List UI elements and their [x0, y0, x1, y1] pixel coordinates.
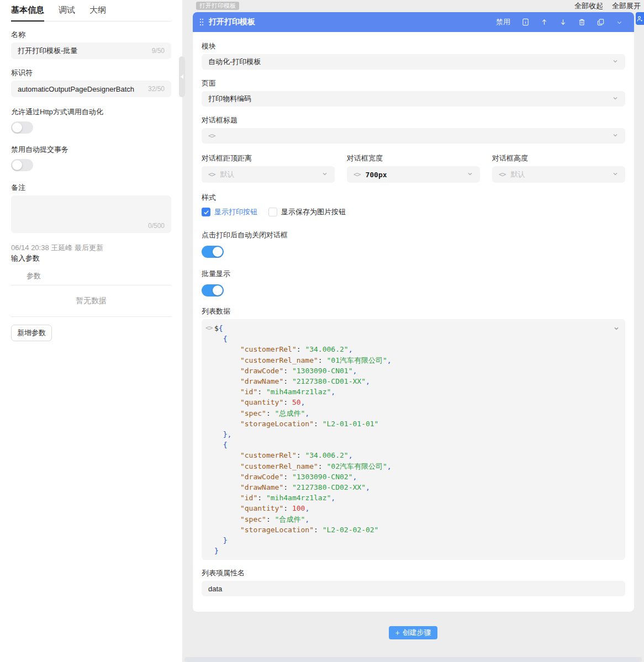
person-add-icon: [637, 15, 643, 22]
code-icon: <>: [499, 171, 505, 178]
dialog-width-select[interactable]: <> 700px: [347, 166, 480, 183]
code-icon: <>: [208, 171, 215, 178]
identifier-label: 标识符: [11, 68, 171, 78]
collapse-step-chevron-icon[interactable]: [610, 15, 629, 29]
batch-label: 批量显示: [202, 269, 625, 279]
checkbox-icon: [202, 208, 210, 216]
list-data-label: 列表数据: [202, 306, 625, 316]
tab-basic-info[interactable]: 基本信息: [11, 1, 44, 22]
create-step-button[interactable]: + 创建步骤: [389, 626, 437, 639]
module-value: 自动化-打印模板: [208, 57, 612, 67]
auto-close-label: 点击打印后自动关闭对话框: [202, 230, 625, 240]
page-value: 打印物料编码: [208, 94, 612, 104]
drag-handle-icon[interactable]: [199, 18, 204, 26]
name-counter: 9/50: [152, 47, 165, 55]
input-params-title: 输入参数: [11, 253, 171, 263]
toggle-knob: [12, 160, 22, 170]
page-select[interactable]: 打印物料编码: [202, 91, 625, 107]
dialog-height-label: 对话框高度: [492, 153, 625, 163]
http-toggle-label: 允许通过Http方式调用自动化: [11, 107, 171, 117]
step-form: 模块 自动化-打印模板 页面 打印物料编码 对话框标题 <>: [193, 32, 634, 612]
move-down-button[interactable]: [553, 15, 572, 29]
dialog-title-label: 对话框标题: [202, 115, 625, 125]
app: 基本信息 调试 大纲 名称 打开打印模板-批量 9/50 标识符 automat…: [0, 0, 644, 662]
add-param-button[interactable]: 新增参数: [11, 325, 52, 341]
chevron-down-icon[interactable]: [613, 324, 620, 334]
chevron-down-icon: [612, 95, 619, 103]
list-data-editor[interactable]: <> ${ { "customerRel": "34.006.2", "cust…: [202, 319, 625, 560]
code-icon: <>: [205, 324, 212, 332]
step-card: 打开打印模板 禁用: [193, 12, 634, 612]
dialog-title-select[interactable]: <>: [202, 128, 625, 144]
toggle-knob: [12, 123, 22, 133]
step-card-header[interactable]: 打开打印模板 禁用: [193, 12, 634, 32]
tab-debug[interactable]: 调试: [59, 1, 75, 22]
user-add-badge[interactable]: [636, 12, 644, 25]
remark-textarea[interactable]: 0/500: [11, 195, 171, 233]
list-prop-input[interactable]: data: [202, 581, 625, 596]
code-editor-content[interactable]: ${ { "customerRel": "34.006.2", "custome…: [214, 323, 609, 556]
main-topbar: 打开打印模板 全部收起 全部展开: [182, 0, 644, 12]
style-label: 样式: [202, 193, 625, 203]
move-up-button[interactable]: [535, 15, 553, 29]
name-input[interactable]: 打开打印模板-批量 9/50: [11, 43, 171, 59]
checkbox-icon: [268, 208, 277, 216]
horizontal-scrollbar[interactable]: [184, 657, 642, 662]
sidebar-tabs: 基本信息 调试 大纲: [11, 0, 171, 22]
tab-outline[interactable]: 大纲: [89, 1, 106, 22]
dialog-top-value: 默认: [220, 170, 321, 179]
code-icon: <>: [353, 171, 360, 178]
dialog-height-value: 默认: [510, 170, 612, 179]
style-options: 显示打印按钮 显示保存为图片按钮: [202, 207, 625, 217]
sidebar-collapse-handle[interactable]: [179, 56, 185, 97]
module-label: 模块: [202, 41, 625, 51]
http-toggle[interactable]: [11, 121, 33, 134]
plus-icon: +: [395, 628, 399, 637]
collapse-all-link[interactable]: 全部收起: [574, 1, 603, 11]
params-empty-text: 暂无数据: [11, 285, 171, 317]
code-icon: <>: [208, 132, 215, 140]
expand-all-link[interactable]: 全部展开: [612, 1, 641, 11]
chevron-down-icon: [321, 171, 328, 179]
step-tag: 打开打印模板: [196, 2, 239, 10]
module-select[interactable]: 自动化-打印模板: [202, 54, 625, 70]
page-label: 页面: [202, 78, 625, 88]
chevron-left-icon: [181, 75, 183, 79]
show-print-button-checkbox[interactable]: 显示打印按钮: [202, 207, 257, 217]
step-title: 打开打印模板: [209, 17, 255, 27]
chevron-down-icon: [612, 58, 619, 66]
dialog-height-select[interactable]: <> 默认: [492, 166, 625, 183]
save-as-image-checkbox[interactable]: 显示保存为图片按钮: [268, 207, 346, 217]
list-prop-value: data: [208, 585, 619, 593]
checkbox-label: 显示保存为图片按钮: [281, 207, 346, 217]
dialog-top-select[interactable]: <> 默认: [202, 166, 335, 183]
main-canvas: 打开打印模板 全部收起 全部展开 打开打印模板 禁用: [182, 0, 644, 662]
note-button[interactable]: [516, 15, 535, 29]
top-links: 全部收起 全部展开: [574, 1, 641, 11]
name-label: 名称: [11, 30, 171, 40]
step-actions: 禁用: [496, 15, 629, 29]
remark-counter: 0/500: [148, 222, 165, 230]
toggle-knob: [213, 285, 223, 295]
delete-step-button[interactable]: [572, 15, 591, 29]
disable-tx-toggle-label: 禁用自动提交事务: [11, 145, 171, 155]
create-step-label: 创建步骤: [403, 628, 431, 638]
duplicate-step-button[interactable]: [591, 15, 610, 29]
dialog-width-value: 700px: [365, 171, 467, 179]
sidebar: 基本信息 调试 大纲 名称 打开打印模板-批量 9/50 标识符 automat…: [0, 0, 182, 662]
batch-toggle[interactable]: [202, 284, 224, 296]
params-column-header: 参数: [11, 271, 171, 285]
dialog-size-row: 对话框距顶距离 <> 默认 对话框宽度 <> 700px: [202, 153, 625, 183]
disable-step-button[interactable]: 禁用: [496, 17, 510, 27]
last-updated-text: 06/14 20:38 王延峰 最后更新: [11, 243, 171, 253]
auto-close-toggle[interactable]: [202, 246, 224, 258]
checkbox-label: 显示打印按钮: [214, 207, 257, 217]
dialog-width-label: 对话框宽度: [347, 153, 480, 163]
toggle-knob: [213, 247, 223, 257]
name-value: 打开打印模板-批量: [18, 46, 149, 56]
disable-tx-toggle[interactable]: [11, 159, 33, 171]
chevron-down-icon: [612, 132, 619, 140]
identifier-counter: 32/50: [148, 85, 165, 93]
identifier-input[interactable]: automaticOutputPageDesignerBatch 32/50: [11, 81, 171, 97]
chevron-down-icon: [467, 171, 473, 179]
